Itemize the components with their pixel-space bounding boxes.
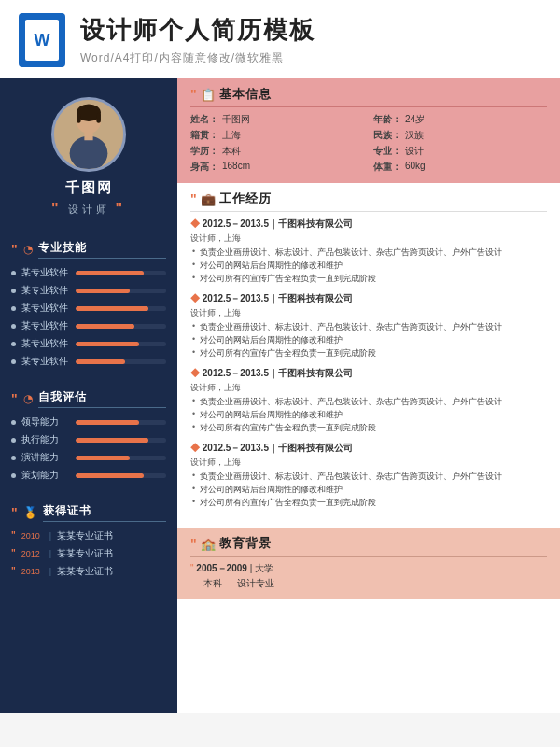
edu-divider: [190, 556, 547, 557]
work-bullet: 负责企业画册设计、标志设计、产品包装设计、杂志广告跨页设计、户外广告设计: [200, 247, 547, 259]
sidebar-title: 设计师: [68, 203, 110, 217]
work-entry-header: ◆ 2012.5－2013.5｜千图科技有限公司: [190, 218, 547, 231]
skill-bar-bg: [76, 306, 166, 311]
self-eval-section-header: " ◔ 自我评估: [0, 384, 177, 412]
cert-name: 某某专业证书: [57, 547, 113, 560]
info-label: 体重：: [373, 161, 401, 174]
info-label: 年龄：: [373, 113, 401, 126]
work-entry-header: ◆ 2012.5－2013.5｜千图科技有限公司: [190, 292, 547, 305]
self-eval-item: 领导能力: [11, 416, 166, 429]
skill-name: 某专业软件: [21, 284, 70, 297]
eval-name: 策划能力: [21, 469, 70, 482]
cert-item: " 2012 | 某某专业证书: [11, 547, 166, 560]
certs-list: " 2010 | 某某专业证书 " 2012 | 某某专业证书 " 2013 |…: [0, 526, 177, 586]
skill-item: 某专业软件: [11, 355, 166, 368]
eval-bullet: [11, 420, 16, 425]
self-eval-title: 自我评估: [38, 389, 166, 408]
cert-separator: |: [49, 531, 51, 541]
edu-header: " 🏫 教育背景: [190, 535, 547, 552]
info-value: 60kg: [405, 161, 426, 174]
sidebar: 千图网 " 设计师 " " ◔ 专业技能 某专业软件 某专业软件 某专业软件: [0, 78, 177, 713]
cert-name: 某某专业证书: [57, 565, 113, 578]
skill-item: 某专业软件: [11, 337, 166, 350]
skill-item: 某专业软件: [11, 284, 166, 297]
info-value: 24岁: [405, 113, 425, 126]
work-bullet: 对公司的网站后台周期性的修改和维护: [200, 409, 547, 421]
work-entry: ◆ 2012.5－2013.5｜千图科技有限公司 设计师，上海 负责企业画册设计…: [190, 442, 547, 509]
certs-quote: ": [11, 506, 18, 519]
skill-bar-fill: [76, 289, 130, 293]
info-row: 身高： 168cm: [190, 161, 364, 174]
skill-bar-bg: [76, 359, 166, 364]
info-value: 设计: [405, 145, 424, 158]
info-row: 籍贯： 上海: [190, 129, 364, 142]
work-bullet: 对公司所有的宣传广告全程负责一直到完成阶段: [200, 422, 547, 434]
cert-item: " 2013 | 某某专业证书: [11, 565, 166, 578]
work-entry-bullets: 负责企业画册设计、标志设计、产品包装设计、杂志广告跨页设计、户外广告设计对公司的…: [190, 321, 547, 359]
work-bullet: 对公司的网站后台周期性的修改和维护: [200, 334, 547, 346]
work-entry: ◆ 2012.5－2013.5｜千图科技有限公司 设计师，上海 负责企业画册设计…: [190, 292, 547, 359]
edu-major: 设计专业: [237, 578, 274, 588]
svg-rect-3: [77, 113, 81, 123]
eval-bullet: [11, 438, 16, 443]
sidebar-title-row: " 设计师 ": [51, 201, 126, 218]
work-quote: ": [190, 192, 197, 205]
info-row: 专业： 设计: [373, 145, 547, 158]
svg-rect-6: [84, 132, 92, 140]
eval-bullet: [11, 456, 16, 460]
self-eval-item: 策划能力: [11, 469, 166, 482]
sidebar-name: 千图网: [65, 179, 113, 197]
certs-section-header: " 🏅 获得证书: [0, 498, 177, 526]
quote-left: ": [51, 201, 63, 218]
basic-info-title: 基本信息: [219, 86, 272, 103]
work-entry-subtitle: 设计师，上海: [190, 382, 547, 394]
eval-bar-bg: [76, 420, 166, 425]
skills-list: 某专业软件 某专业软件 某专业软件 某专业软件 某专业软件 某专业软件: [0, 262, 177, 376]
skill-bar-fill: [76, 306, 148, 311]
work-entry-header: ◆ 2012.5－2013.5｜千图科技有限公司: [190, 442, 547, 455]
edu-entry: " 2005－2009 | 大学 本科 设计专业: [190, 562, 547, 590]
skill-item: 某专业软件: [11, 319, 166, 332]
edu-entry-header: " 2005－2009 | 大学: [190, 562, 547, 575]
cert-quote: ": [11, 549, 16, 558]
self-eval-item: 演讲能力: [11, 451, 166, 464]
eval-bar-fill: [76, 420, 139, 425]
self-eval-item: 执行能力: [11, 433, 166, 446]
skill-bullet: [11, 359, 16, 364]
skill-name: 某专业软件: [21, 302, 70, 315]
skill-bar-fill: [76, 359, 125, 364]
skill-bullet: [11, 289, 16, 293]
work-dot: ◆: [190, 293, 200, 303]
skills-quote: ": [11, 243, 18, 256]
self-eval-quote: ": [11, 392, 18, 405]
edu-icon: 🏫: [201, 537, 216, 551]
basic-info-divider: [190, 106, 547, 107]
info-grid: 姓名： 千图网 年龄： 24岁 籍贯： 上海 民族： 汉族 学历： 本科 专业：…: [190, 113, 547, 174]
work-entry-bullets: 负责企业画册设计、标志设计、产品包装设计、杂志广告跨页设计、户外广告设计对公司的…: [190, 471, 547, 509]
cert-separator: |: [49, 567, 51, 576]
work-icon: 💼: [201, 192, 216, 206]
word-letter: W: [25, 20, 59, 61]
skill-item: 某专业软件: [11, 302, 166, 315]
skill-bar-bg: [76, 342, 166, 346]
work-header: " 💼 工作经历: [190, 190, 547, 207]
work-dot: ◆: [190, 443, 200, 453]
work-entries: ◆ 2012.5－2013.5｜千图科技有限公司 设计师，上海 负责企业画册设计…: [190, 218, 547, 509]
skill-item: 某专业软件: [11, 266, 166, 279]
self-eval-list: 领导能力 执行能力 演讲能力 策划能力: [0, 412, 177, 490]
avatar-section: 千图网 " 设计师 ": [51, 78, 126, 227]
eval-name: 执行能力: [21, 433, 70, 446]
work-entry: ◆ 2012.5－2013.5｜千图科技有限公司 设计师，上海 负责企业画册设计…: [190, 367, 547, 434]
edu-quote: ": [190, 537, 197, 550]
work-divider: [190, 211, 547, 212]
info-row: 学历： 本科: [190, 145, 364, 158]
cert-item: " 2010 | 某某专业证书: [11, 529, 166, 543]
eval-bar-fill: [76, 473, 144, 478]
cert-year: 2010: [21, 531, 44, 541]
info-label: 姓名：: [190, 113, 218, 126]
work-bullet: 负责企业画册设计、标志设计、产品包装设计、杂志广告跨页设计、户外广告设计: [200, 471, 547, 483]
skill-bar-fill: [76, 271, 144, 275]
cert-separator: |: [49, 549, 51, 558]
certs-title: 获得证书: [43, 503, 166, 522]
eval-name: 演讲能力: [21, 451, 70, 464]
